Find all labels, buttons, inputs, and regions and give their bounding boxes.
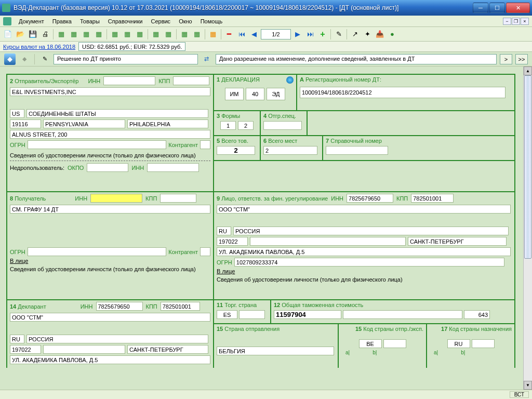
f4-val[interactable]	[263, 121, 302, 130]
page-input[interactable]	[261, 29, 291, 39]
f2-name[interactable]: E&L INVESTMENTS,INC	[10, 87, 210, 96]
f15a-val[interactable]: BE	[359, 339, 382, 348]
f2-contragent[interactable]	[200, 140, 210, 149]
sync-icon[interactable]: ⇄	[201, 54, 212, 65]
f15-val[interactable]: БЕЛЬГИЯ	[217, 347, 334, 355]
f17-extra[interactable]	[472, 339, 495, 348]
f8-inn[interactable]	[90, 194, 142, 203]
decision-right[interactable]: Дано разрешение на изменение, дополнение…	[216, 54, 497, 64]
f9-name[interactable]: ООО "СТМ"	[217, 205, 511, 214]
f9-region[interactable]	[250, 237, 406, 246]
menu-window[interactable]: Окно	[175, 17, 196, 25]
f2-inn[interactable]	[103, 76, 155, 85]
f2-nedinn[interactable]	[147, 163, 199, 172]
f12-val[interactable]: 11597904	[274, 310, 341, 319]
new-doc-button[interactable]: 📄	[2, 29, 14, 40]
menu-help[interactable]: Помощь	[196, 17, 227, 25]
f9-zip[interactable]: 197022	[217, 237, 248, 246]
f5-val[interactable]: 2	[217, 146, 255, 155]
f14-street[interactable]: УЛ. АКАДЕМИКА ПАВЛОВА, Д.5	[10, 355, 210, 364]
menu-goods[interactable]: Товары	[76, 17, 104, 25]
fA-val[interactable]: 10009194/180618/2204512	[300, 87, 506, 98]
rates-link[interactable]: Курсы валют на 18.06.2018	[3, 44, 75, 50]
f14-region[interactable]	[43, 345, 125, 354]
minimize-button[interactable]: ─	[473, 3, 488, 13]
tool-orange[interactable]: ▦	[207, 29, 219, 40]
f1-v1[interactable]: ИМ	[225, 88, 244, 100]
f8-text[interactable]: СМ. ГРАФУ 14 ДТ	[10, 205, 210, 214]
open-button[interactable]: 📂	[15, 29, 26, 40]
f14-zip[interactable]: 197022	[10, 345, 41, 354]
menu-document[interactable]: Документ	[15, 17, 48, 25]
last-button[interactable]: ⏭	[304, 29, 316, 40]
print-button[interactable]: 🖨	[39, 29, 51, 40]
f3-v2[interactable]: 2	[238, 121, 254, 130]
mdi-minimize-icon[interactable]: −	[503, 18, 511, 25]
maximize-button[interactable]: ☐	[489, 3, 505, 13]
f2-country[interactable]: СОЕДИНЕННЫЕ ШТАТЫ	[26, 109, 208, 118]
f6-val[interactable]: 2	[263, 146, 317, 155]
misc1-button[interactable]: ✦	[362, 29, 373, 40]
decision-left[interactable]: Решение по ДТ принято	[54, 54, 198, 64]
f9-inn[interactable]: 7825679650	[347, 194, 393, 203]
f2-street[interactable]: ALNUS STREET, 200	[10, 130, 210, 139]
menu-refs[interactable]: Справочники	[104, 17, 147, 25]
decision-icon[interactable]: ◆	[4, 54, 16, 65]
tool-g5[interactable]: ▦	[109, 29, 121, 40]
f9-city[interactable]: САНКТ-ПЕТЕРБУРГ	[408, 237, 507, 246]
mdi-restore-icon[interactable]: ❐	[512, 18, 520, 25]
export-button[interactable]: ↗	[349, 29, 361, 40]
f9-country[interactable]: РОССИЯ	[233, 227, 509, 235]
f14-city[interactable]: САНКТ-ПЕТЕРБУРГ	[127, 345, 208, 354]
menu-edit[interactable]: Правка	[48, 17, 76, 25]
f14-name[interactable]: ООО "СТМ"	[10, 313, 210, 322]
f15a-extra[interactable]	[383, 339, 406, 348]
tool-g3[interactable]: ▦	[81, 29, 92, 40]
edit-button[interactable]: ✎	[333, 29, 344, 40]
f8-kpp[interactable]	[160, 194, 196, 203]
f12-extra[interactable]	[343, 310, 462, 319]
globe-button[interactable]: ●	[387, 29, 398, 40]
f9-ogrn[interactable]: 1027809233374	[234, 258, 504, 267]
tool-g1[interactable]: ▦	[56, 29, 67, 40]
delete-button[interactable]: ━	[223, 29, 235, 40]
f8-ogrn[interactable]	[28, 247, 166, 256]
f12-cur[interactable]: 643	[464, 310, 490, 319]
tool-g6[interactable]: ▦	[122, 29, 133, 40]
f7-val[interactable]	[326, 146, 388, 155]
tool-g4[interactable]: ▦	[93, 29, 104, 40]
f9-cc[interactable]: RU	[217, 227, 231, 235]
tool-g11[interactable]: ▦	[191, 29, 203, 40]
f14-inn[interactable]: 7825679650	[96, 302, 143, 311]
tool-g10[interactable]: ▦	[179, 29, 190, 40]
first-button[interactable]: ⏮	[236, 29, 247, 40]
f2-region[interactable]: PENNSYLVANIA	[43, 119, 125, 128]
close-button[interactable]: ✕	[506, 3, 530, 13]
vertical-scrollbar[interactable]: ▲ ▼	[523, 66, 532, 390]
scroll-up-icon[interactable]: ▲	[524, 66, 532, 75]
f14-cc[interactable]: RU	[10, 335, 24, 343]
f9-kpp[interactable]: 782501001	[411, 194, 454, 203]
next-button[interactable]: ▶	[292, 29, 303, 40]
tool-g8[interactable]: ▦	[150, 29, 162, 40]
f9-street[interactable]: УЛ. АКАДЕМИКА ПАВЛОВА, Д.5	[217, 247, 511, 256]
f8-vlice[interactable]: В лице	[10, 258, 28, 264]
f2-kpp[interactable]	[173, 76, 209, 85]
scroll-down-icon[interactable]: ▼	[524, 381, 532, 390]
f9-vlice[interactable]: В лице	[217, 268, 235, 274]
scroll-thumb[interactable]	[524, 75, 531, 259]
f2-city[interactable]: PHILADELPHIA	[127, 119, 208, 128]
mdi-close-icon[interactable]: ×	[521, 18, 529, 25]
menu-service[interactable]: Сервис	[147, 17, 175, 25]
f1-v3[interactable]: ЭД	[267, 88, 285, 100]
inbox-button[interactable]: 📥	[374, 29, 385, 40]
f14-country[interactable]: РОССИЯ	[26, 335, 208, 343]
decision-last[interactable]: >>	[515, 54, 528, 64]
tool-g9[interactable]: ▦	[163, 29, 174, 40]
f2-cc[interactable]: US	[10, 109, 24, 118]
tool-g2[interactable]: ▦	[68, 29, 79, 40]
f3-v1[interactable]: 1	[220, 121, 236, 130]
f2-ogrn[interactable]	[28, 140, 166, 149]
prev-button[interactable]: ◀	[248, 29, 260, 40]
f11-val[interactable]: ES	[217, 310, 237, 319]
